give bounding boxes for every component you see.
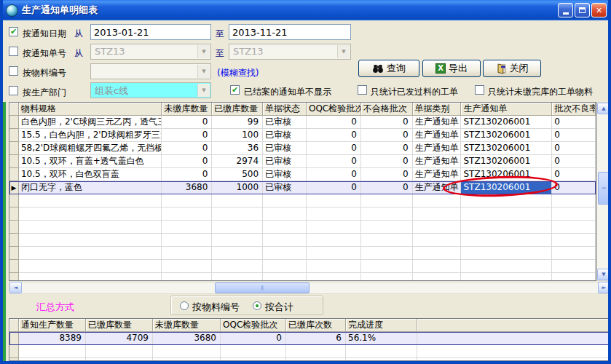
close-button[interactable]: ✕ <box>591 3 607 17</box>
by-material-checkbox[interactable] <box>9 66 18 76</box>
scroll-up-button[interactable]: ▲ <box>597 103 610 114</box>
export-button[interactable]: X 导出 <box>422 60 481 77</box>
department-combo[interactable]: 组装c线 ▼ <box>90 82 211 98</box>
header-cell[interactable]: 单据状态 <box>263 103 307 116</box>
cell: 1000 <box>212 181 263 194</box>
cell <box>552 273 596 281</box>
row-indicator <box>9 221 19 234</box>
cell <box>263 234 307 247</box>
chevron-down-icon[interactable]: ▼ <box>197 45 210 58</box>
only-unfinished-checkbox[interactable] <box>475 85 484 95</box>
header-cell[interactable]: 批次不良率 <box>552 103 596 116</box>
summary-mode-group: 按物料编号 按合计 <box>170 296 323 315</box>
row-indicator <box>9 260 19 273</box>
only-issued-checkbox[interactable] <box>358 85 367 95</box>
cell <box>86 345 153 358</box>
cell <box>346 358 417 361</box>
minimize-button[interactable] <box>558 3 573 17</box>
date-from-input[interactable] <box>90 24 211 40</box>
cell: 10.5，双环，白色双盲盖 <box>19 168 162 181</box>
by-total-radio[interactable] <box>253 301 261 310</box>
cell: 8389 <box>19 332 86 345</box>
chevron-down-icon[interactable]: ▼ <box>197 65 210 78</box>
header-cell[interactable]: OQC检验批次 <box>221 319 286 332</box>
by-total-radio-label: 按合计 <box>265 301 293 314</box>
main-table-body: 白色内胆，2'C球阀三元乙丙，透气三099已审核00生产通知单STZ130206… <box>9 116 596 281</box>
vertical-scrollbar[interactable]: ▲ ≡ ▼ <box>596 102 611 281</box>
header-cell[interactable]: 生产通知单 <box>461 103 552 116</box>
header-cell[interactable]: 完成进度 <box>346 319 417 332</box>
cell: 0 <box>361 116 413 129</box>
cell: 0 <box>221 332 286 345</box>
header-cell[interactable]: 已缴库数量 <box>212 103 263 116</box>
header-cell[interactable]: 通知生产数量 <box>19 319 86 332</box>
cell <box>162 247 212 260</box>
header-cell[interactable]: OQC检验批次 <box>307 103 361 116</box>
table-row[interactable]: 10.5，双环，盲盖+透气盖白色02974已审核00生产通知单STZ130206… <box>9 155 596 168</box>
closed-hidden-checkbox[interactable]: ✔ <box>230 85 240 95</box>
query-button[interactable]: 查询 <box>358 60 419 77</box>
cell <box>552 260 596 273</box>
empty-row <box>9 345 610 358</box>
number-from-combo[interactable]: STZ13 ▼ <box>90 44 211 60</box>
cell <box>413 221 462 234</box>
chevron-down-icon[interactable]: ▼ <box>197 84 210 97</box>
cell <box>361 247 413 260</box>
scroll-down-button[interactable]: ▼ <box>597 269 610 280</box>
date-to-input[interactable] <box>229 24 351 40</box>
cell <box>286 358 346 361</box>
header-cell[interactable]: 物料规格 <box>19 103 162 116</box>
by-material-radio-label: 按物料编号 <box>192 301 240 314</box>
maximize-button[interactable] <box>575 3 590 17</box>
scroll-right-button[interactable]: ► <box>598 282 610 293</box>
cell <box>212 207 263 221</box>
number-from-value: STZ13 <box>95 46 125 57</box>
excel-icon: X <box>435 63 446 74</box>
cell: 0 <box>552 142 596 155</box>
cell: 0 <box>361 155 413 168</box>
cell: 58,2'D球阀粗螺牙四氟乙烯，无挡板， <box>19 142 162 155</box>
cell: 已审核 <box>263 116 307 129</box>
by-date-label: 按通知日期 <box>23 28 66 40</box>
horizontal-scroll-thumb[interactable]: ⦀ <box>215 282 310 293</box>
cell: 0 <box>307 168 361 181</box>
row-indicator <box>9 345 19 358</box>
header-cell[interactable]: 单据类别 <box>413 103 462 116</box>
titlebar[interactable]: 生产通知单明细表 ✕ <box>0 0 611 20</box>
row-indicator <box>9 234 19 247</box>
by-number-checkbox[interactable] <box>9 47 18 56</box>
header-cell[interactable]: 未缴库数量 <box>153 319 221 332</box>
table-row[interactable]: 58,2'D球阀粗螺牙四氟乙烯，无挡板，036已审核00生产通知单STZ1302… <box>9 142 596 155</box>
table-row[interactable]: 8389470936800656.1% <box>9 332 610 345</box>
cell <box>153 345 221 358</box>
header-cell[interactable]: 不合格批次 <box>361 103 413 116</box>
material-combo[interactable]: ▼ <box>90 63 211 79</box>
chevron-down-icon[interactable]: ▼ <box>337 45 350 58</box>
table-row[interactable]: 白色内胆，2'C球阀三元乙丙，透气三099已审核00生产通知单STZ130206… <box>9 116 596 129</box>
cell <box>19 207 162 221</box>
by-material-radio[interactable] <box>180 301 189 310</box>
by-date-checkbox[interactable]: ✔ <box>9 27 18 36</box>
cell: 2974 <box>212 155 263 168</box>
cell: 0 <box>162 168 212 181</box>
summary-mode-label: 汇总方式 <box>36 301 74 314</box>
vertical-scroll-thumb[interactable]: ≡ <box>598 172 610 205</box>
by-department-checkbox[interactable] <box>9 86 18 95</box>
header-cell[interactable]: 已缴库数量 <box>86 319 153 332</box>
cell: 已审核 <box>263 129 307 142</box>
header-cell[interactable]: 已缴库次数 <box>286 319 346 332</box>
cell <box>221 358 286 361</box>
number-to-combo[interactable]: STZ13 ▼ <box>229 44 351 60</box>
table-row[interactable]: 15.5，白色内胆，2'D球阀粗罗牙三元0100已审核00生产通知单STZ130… <box>9 129 596 142</box>
from-label-1: 从 <box>74 28 83 40</box>
scroll-left-button[interactable]: ◄ <box>9 282 22 293</box>
close-form-button[interactable]: 关闭 <box>483 60 541 77</box>
cell: 36 <box>212 142 263 155</box>
cell: 4709 <box>86 332 153 345</box>
cell: 0 <box>361 181 413 194</box>
cell <box>552 221 596 234</box>
cell <box>413 247 462 260</box>
horizontal-scrollbar[interactable]: ◄ ⦀ ► <box>9 282 611 294</box>
header-cell[interactable]: 未缴库数量 <box>162 103 212 116</box>
fuzzy-search-hint: (模糊查找) <box>217 67 259 79</box>
